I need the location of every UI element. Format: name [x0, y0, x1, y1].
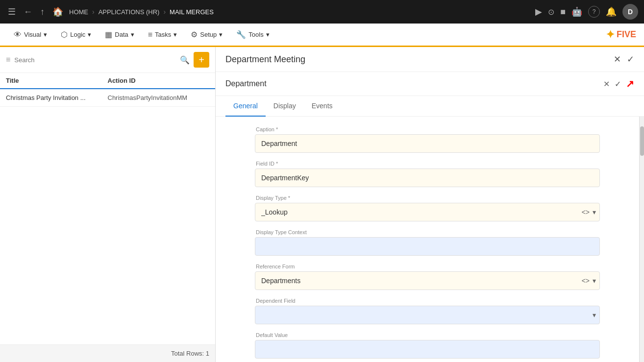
logic-drop-icon: ▾: [88, 31, 91, 38]
form-tabs: General Display Events: [216, 96, 644, 117]
caption-label-text: Caption *: [256, 126, 278, 132]
dependent-field-label: Dependent Field: [255, 298, 600, 304]
reference-form-code-icon[interactable]: <>: [582, 277, 590, 285]
display-type-input[interactable]: [255, 203, 600, 221]
display-type-code-icon[interactable]: <>: [582, 208, 590, 216]
search-icon[interactable]: ⊙: [548, 7, 554, 17]
red-arrow-indicator: ↗: [626, 78, 634, 90]
data-menu[interactable]: ▦ Data ▾: [99, 27, 140, 42]
setup-label: Setup: [200, 31, 217, 38]
home-icon[interactable]: 🏠: [50, 4, 65, 19]
five-logo: ✦ FIVE: [606, 28, 636, 41]
applications-breadcrumb[interactable]: APPLICATIONS (HR): [99, 8, 160, 16]
menu-icon[interactable]: ☰: [6, 4, 18, 19]
inner-title: Department: [225, 79, 603, 88]
reference-form-input[interactable]: [255, 271, 600, 290]
caption-label: Caption *: [255, 126, 600, 132]
tools-icon: 🔧: [236, 30, 246, 39]
modal-header-actions: ✕ ✓: [614, 54, 634, 65]
tasks-label: Tasks: [155, 31, 171, 38]
stop-icon[interactable]: ■: [560, 7, 566, 17]
display-type-context-input[interactable]: [255, 237, 600, 256]
dependent-field-group: Dependent Field ▾: [255, 298, 600, 324]
home-breadcrumb[interactable]: HOME: [69, 8, 88, 16]
col-title-header: Title: [6, 77, 108, 84]
default-value-field-group: Default Value: [255, 332, 600, 359]
logic-menu[interactable]: ⬡ Logic ▾: [55, 27, 97, 42]
field-id-input[interactable]: [255, 169, 600, 187]
main-layout: ≡ 🔍 + Title Action ID Christmas Party In…: [0, 47, 644, 362]
dependent-field-select-wrapper: ▾: [255, 306, 600, 324]
inner-panel-header: Department ✕ ✓ ↗: [216, 72, 644, 96]
help-icon[interactable]: ?: [588, 6, 600, 18]
default-value-label: Default Value: [255, 332, 600, 338]
tab-events[interactable]: Events: [304, 96, 341, 117]
top-nav-right: ▶ ⊙ ■ 🤖 ? 🔔 D: [535, 4, 638, 20]
caption-field-group: Caption *: [255, 126, 600, 153]
display-type-context-label-text: Display Type Context: [256, 229, 307, 235]
reference-form-actions: <> ▾: [582, 277, 596, 285]
back-icon[interactable]: ←: [22, 5, 34, 19]
scroll-track[interactable]: [639, 117, 644, 362]
dependent-field-input[interactable]: [255, 306, 600, 324]
modal-confirm-button[interactable]: ✓: [627, 54, 634, 65]
logic-label: Logic: [70, 31, 85, 38]
tasks-icon: ≡: [148, 30, 152, 39]
dependent-field-dropdown-icon[interactable]: ▾: [593, 311, 596, 319]
visual-menu[interactable]: 👁 Visual ▾: [8, 27, 53, 42]
tab-display[interactable]: Display: [266, 96, 304, 117]
total-rows-label: Total Rows: 1: [171, 350, 209, 357]
table-footer: Total Rows: 1: [0, 344, 215, 362]
table-header: Title Action ID: [0, 73, 215, 89]
setup-icon: ⚙: [191, 30, 198, 39]
five-logo-star: ✦: [606, 28, 615, 41]
bell-icon[interactable]: 🔔: [606, 6, 617, 17]
filter-icon[interactable]: ≡: [6, 55, 10, 64]
display-type-actions: <> ▾: [582, 208, 596, 216]
visual-drop-icon: ▾: [44, 31, 47, 38]
reference-form-label: Reference Form: [255, 264, 600, 269]
inner-panel: Department ✕ ✓ ↗ General Display Events: [216, 72, 644, 362]
search-magnifier-icon[interactable]: 🔍: [180, 55, 190, 65]
user-avatar[interactable]: D: [622, 4, 638, 20]
reference-form-dropdown-icon[interactable]: ▾: [593, 277, 596, 285]
tasks-menu[interactable]: ≡ Tasks ▾: [142, 27, 183, 42]
top-navigation: ☰ ← ↑ 🏠 HOME › APPLICATIONS (HR) › MAIL …: [0, 0, 644, 24]
form-content: Caption * Field ID * Displ: [216, 117, 639, 362]
tools-menu[interactable]: 🔧 Tools ▾: [230, 27, 275, 42]
display-type-dropdown-icon[interactable]: ▾: [593, 208, 596, 216]
col-actionid-header: Action ID: [108, 77, 210, 84]
breadcrumb-arrow-2: ›: [163, 8, 166, 16]
robot-icon[interactable]: 🤖: [571, 6, 582, 17]
add-button[interactable]: +: [194, 52, 209, 68]
setup-drop-icon: ▾: [219, 31, 223, 38]
scroll-thumb[interactable]: [640, 126, 644, 156]
modal-close-button[interactable]: ✕: [614, 54, 621, 65]
default-value-input[interactable]: [255, 340, 600, 359]
row-action-id: ChristmasPartyInvitationMM: [108, 94, 210, 101]
tab-general[interactable]: General: [225, 96, 266, 117]
display-type-context-label: Display Type Context: [255, 229, 600, 235]
right-panel: Department Meeting ✕ ✓ Department ✕ ✓ ↗ …: [216, 47, 644, 362]
left-panel: ≡ 🔍 + Title Action ID Christmas Party In…: [0, 47, 216, 362]
reference-form-select-wrapper: <> ▾: [255, 271, 600, 290]
reference-form-field-group: Reference Form <> ▾: [255, 264, 600, 290]
breadcrumb-arrow-1: ›: [92, 8, 95, 16]
tools-label: Tools: [248, 31, 263, 38]
display-type-context-field-group: Display Type Context: [255, 229, 600, 256]
inner-close-button[interactable]: ✕: [603, 79, 610, 89]
search-bar: ≡ 🔍 +: [0, 47, 215, 73]
up-icon[interactable]: ↑: [38, 5, 47, 19]
data-drop-icon: ▾: [131, 31, 134, 38]
search-input[interactable]: [14, 56, 176, 64]
dependent-field-actions: ▾: [593, 311, 596, 319]
five-logo-text: FIVE: [617, 29, 636, 40]
inner-confirm-button[interactable]: ✓: [615, 79, 621, 89]
setup-menu[interactable]: ⚙ Setup ▾: [185, 27, 228, 42]
mail-merges-breadcrumb[interactable]: MAIL MERGES: [170, 8, 214, 16]
logic-icon: ⬡: [61, 30, 68, 39]
caption-input[interactable]: [255, 134, 600, 153]
play-icon[interactable]: ▶: [535, 6, 542, 17]
tasks-drop-icon: ▾: [173, 31, 177, 38]
table-row[interactable]: Christmas Party Invitation ... Christmas…: [0, 89, 215, 107]
